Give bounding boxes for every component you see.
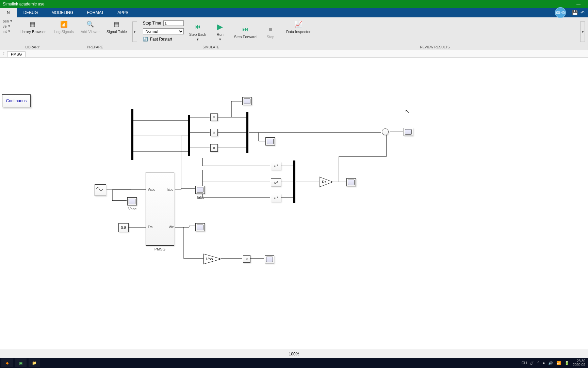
matlab-taskbar-icon[interactable]: ◆ [1, 358, 13, 367]
tab-apps[interactable]: APPS [111, 8, 135, 17]
tray-chevron-icon[interactable]: ^ [537, 361, 539, 365]
group-label-file [3, 45, 12, 50]
zoom-level[interactable]: 100% [289, 352, 299, 356]
pmsg-port-vabc: Vabc [148, 188, 155, 191]
product1-block[interactable]: × [210, 113, 218, 121]
scope-right-block[interactable] [404, 128, 413, 136]
explorer-taskbar-icon[interactable]: 📁 [29, 358, 40, 367]
fast-restart-icon: 🔄 [143, 37, 148, 42]
product3-block[interactable]: × [210, 144, 218, 152]
save-button[interactable]: ve ▾ [3, 24, 12, 28]
stoptime-label: Stop Time [143, 21, 161, 26]
square1-block[interactable]: u² [271, 162, 281, 170]
ribbon-toolbar: pen ▾ ve ▾ int ▾ ▦ Library Browser LIBRA… [0, 17, 588, 50]
log-signals-icon: 📶 [59, 19, 69, 29]
scope-rs-block[interactable] [346, 178, 356, 186]
recording-timer: 00:40 [555, 7, 566, 18]
fast-restart-button[interactable]: 🔄 Fast Restart [143, 37, 184, 42]
open-button[interactable]: pen ▾ [3, 19, 12, 23]
up-icon[interactable]: ⇧ [2, 51, 5, 56]
add-viewer-button[interactable]: 🔍 Add Viewer [79, 19, 101, 34]
run-button[interactable]: ▶ Run ▾ [212, 21, 229, 42]
add-viewer-icon: 🔍 [85, 19, 95, 29]
tab-simulation[interactable]: N [0, 8, 17, 17]
pmsg-subsystem-block[interactable] [146, 172, 174, 246]
vabc-scope-block[interactable] [127, 197, 137, 205]
ime-indicator[interactable]: CH [522, 361, 527, 365]
iabc-scope-block[interactable] [195, 186, 205, 194]
data-inspector-icon: 📈 [294, 19, 303, 29]
onedrive-icon[interactable]: ● [543, 361, 545, 365]
svg-text:1/pp: 1/pp [206, 257, 213, 261]
ime-mode[interactable]: 拼 [530, 361, 534, 366]
scope-bottom-block[interactable] [265, 255, 274, 263]
save-icon[interactable]: 💾 [572, 10, 578, 15]
library-icon: ▦ [28, 19, 37, 29]
sim-mode-select[interactable]: Normal [143, 28, 184, 34]
signal-table-icon: ▤ [112, 19, 121, 29]
library-browser-button[interactable]: ▦ Library Browser [18, 19, 47, 34]
signal-table-button[interactable]: ▤ Signal Table [105, 19, 128, 34]
we-scope-block[interactable] [195, 223, 205, 231]
pmsg-port-tm: Tm [148, 225, 152, 229]
step-back-button[interactable]: ⏮ Step Back ▾ [188, 21, 208, 42]
tab-debug[interactable]: DEBUG [17, 8, 45, 17]
iabc-scope-label: Iabc [195, 195, 206, 199]
sine-wave-block[interactable] [95, 184, 106, 196]
tab-format[interactable]: FORMAT [80, 8, 111, 17]
windows-taskbar[interactable]: ◆ ▣ 📁 CH 拼 ^ ● 🔊 📶 🔋 23:30 2020-09 [0, 358, 588, 368]
step-forward-icon: ⏭ [241, 25, 250, 34]
pmsg-port-we: We [169, 225, 174, 229]
undo-icon[interactable]: ↶ [581, 10, 585, 15]
group-label-simulate: SIMULATE [143, 45, 279, 50]
signal-lines [0, 58, 588, 350]
stop-button[interactable]: ■ Stop [262, 24, 279, 40]
mux1-block[interactable] [246, 112, 248, 153]
square2-block[interactable]: u² [271, 178, 281, 186]
tab-modeling[interactable]: MODELING [45, 8, 80, 17]
model-tab[interactable]: PMSG [7, 51, 26, 57]
ribbon-tabstrip: N DEBUG MODELING FORMAT APPS 00:40 💾 ↶ [0, 8, 588, 17]
review-more-dropdown[interactable]: ▾ [580, 21, 585, 42]
scope-top-block[interactable] [242, 97, 252, 105]
print-button[interactable]: int ▾ [3, 29, 12, 33]
product4-block[interactable]: × [243, 255, 250, 263]
sum-block[interactable] [382, 128, 389, 135]
taskbar-clock[interactable]: 23:30 2020-09 [573, 359, 587, 367]
sine-icon [95, 185, 104, 194]
window-title: Simulink academic use [3, 2, 45, 6]
wifi-icon[interactable]: 📶 [556, 361, 561, 365]
pmsg-label: PMSG [146, 247, 174, 251]
group-label-prepare: PREPARE [53, 45, 137, 50]
window-titlebar: Simulink academic use — [0, 0, 588, 8]
stop-icon: ■ [266, 25, 275, 34]
scope-mid-block[interactable] [265, 137, 275, 145]
model-breadcrumb: ⇧ PMSG [0, 50, 588, 58]
svg-text:Rs: Rs [322, 180, 327, 184]
app2-taskbar-icon[interactable]: ▣ [15, 358, 27, 367]
system-tray[interactable]: CH 拼 ^ ● 🔊 📶 🔋 23:30 2020-09 [522, 359, 587, 367]
prepare-more-dropdown[interactable]: ▾ [132, 21, 137, 42]
model-canvas[interactable]: Continuous Vabc 0.8 Vabc Iabc Tm We PMSG… [0, 58, 588, 350]
stoptime-input[interactable] [163, 20, 184, 26]
constant-block[interactable]: 0.8 [118, 223, 129, 232]
data-inspector-button[interactable]: 📈 Data Inspector [285, 19, 312, 34]
log-signals-button[interactable]: 📶 Log Signals [53, 19, 75, 34]
volume-icon[interactable]: 🔊 [548, 361, 553, 365]
pmsg-port-iabc: Iabc [167, 188, 173, 191]
group-label-review: REVIEW RESULTS [285, 45, 585, 50]
battery-icon[interactable]: 🔋 [565, 361, 569, 365]
vabc-scope-label: Vabc [127, 207, 137, 211]
demux2-block[interactable] [188, 115, 190, 156]
mux2-block[interactable] [293, 160, 295, 203]
group-label-library: LIBRARY [18, 45, 47, 50]
demux1-block[interactable] [131, 109, 133, 160]
run-icon: ▶ [215, 22, 225, 32]
powergui-block[interactable]: Continuous [2, 94, 31, 107]
step-forward-button[interactable]: ⏭ Step Forward [233, 24, 258, 40]
step-back-icon: ⏮ [193, 22, 202, 32]
minimize-button[interactable]: — [572, 2, 585, 6]
square3-block[interactable]: u² [271, 194, 281, 202]
product2-block[interactable]: × [210, 129, 218, 136]
status-bar: 100% [0, 350, 588, 358]
